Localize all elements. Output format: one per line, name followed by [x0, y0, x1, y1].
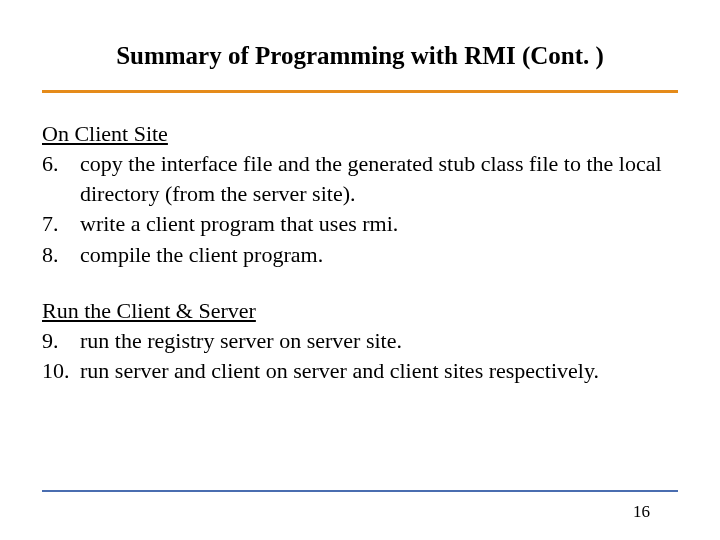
divider-orange	[42, 90, 678, 93]
list-text: write a client program that uses rmi.	[80, 209, 678, 239]
list-client: 6. copy the interface file and the gener…	[42, 149, 678, 270]
list-number: 8.	[42, 240, 80, 270]
list-item: 6. copy the interface file and the gener…	[42, 149, 678, 208]
list-item: 8. compile the client program.	[42, 240, 678, 270]
list-text: run server and client on server and clie…	[80, 356, 678, 386]
list-item: 9. run the registry server on server sit…	[42, 326, 678, 356]
list-number: 9.	[42, 326, 80, 356]
page-number: 16	[633, 502, 650, 522]
list-text: run the registry server on server site.	[80, 326, 678, 356]
list-text: compile the client program.	[80, 240, 678, 270]
section-heading-run: Run the Client & Server	[42, 298, 678, 324]
section-heading-client: On Client Site	[42, 121, 678, 147]
divider-blue	[42, 490, 678, 492]
list-run: 9. run the registry server on server sit…	[42, 326, 678, 386]
list-number: 7.	[42, 209, 80, 239]
list-item: 7. write a client program that uses rmi.	[42, 209, 678, 239]
slide: Summary of Programming with RMI (Cont. )…	[0, 0, 720, 540]
list-item: 10. run server and client on server and …	[42, 356, 678, 386]
slide-title: Summary of Programming with RMI (Cont. )	[42, 42, 678, 70]
list-text: copy the interface file and the generate…	[80, 149, 678, 208]
list-number: 10.	[42, 356, 80, 386]
list-number: 6.	[42, 149, 80, 208]
